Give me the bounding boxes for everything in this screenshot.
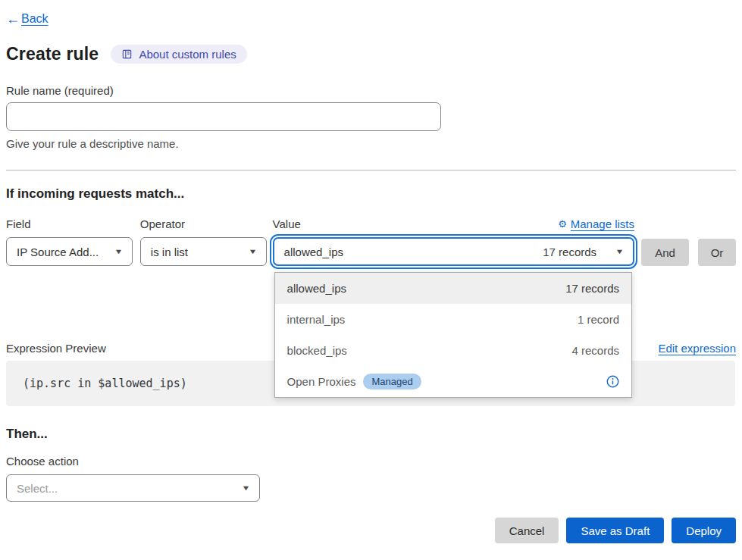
field-select-value: IP Source Add... (17, 246, 99, 258)
managed-badge: Managed (363, 374, 421, 389)
rule-name-input[interactable] (6, 102, 441, 131)
value-select-records: 17 records (543, 246, 596, 258)
save-as-draft-button[interactable]: Save as Draft (566, 518, 664, 543)
list-option-internal-ips[interactable]: internal_ips 1 record (275, 304, 631, 335)
choose-action-label: Choose action (6, 455, 736, 468)
cancel-button[interactable]: Cancel (495, 518, 559, 543)
action-select-placeholder: Select... (17, 482, 58, 495)
book-icon (121, 48, 133, 60)
chevron-down-icon: ▼ (242, 485, 251, 492)
expression-preview-label: Expression Preview (6, 342, 106, 355)
info-icon[interactable] (606, 375, 619, 388)
and-button[interactable]: And (641, 239, 689, 266)
list-option-records: 4 records (571, 344, 619, 357)
operator-select[interactable]: is in list ▼ (140, 237, 267, 266)
chevron-down-icon: ▼ (615, 249, 625, 255)
list-option-records: 1 record (578, 313, 619, 326)
title-row: Create rule About custom rules (6, 44, 736, 64)
expression-code: (ip.src in $allowed_ips) (23, 377, 187, 390)
value-select-selected: allowed_ips (284, 246, 543, 258)
edit-expression-link[interactable]: Edit expression (658, 342, 736, 355)
list-option-name: internal_ips (287, 313, 346, 326)
andor-group: And Or (641, 239, 736, 266)
condition-row: Field IP Source Add... ▼ Operator is in … (6, 217, 736, 266)
match-section-heading: If incoming requests match... (6, 186, 736, 202)
action-select[interactable]: Select... ▼ (6, 474, 260, 502)
footer-bar: Cancel Save as Draft Deploy (6, 518, 736, 543)
value-select[interactable]: allowed_ips 17 records ▼ (273, 237, 634, 266)
operator-select-value: is in list (151, 246, 188, 258)
list-option-blocked-ips[interactable]: blocked_ips 4 records (275, 335, 631, 366)
list-option-records: 17 records (565, 282, 619, 295)
rule-name-label: Rule name (required) (6, 84, 736, 97)
list-option-name: blocked_ips (287, 344, 347, 357)
list-option-name: Open Proxies (287, 375, 356, 388)
list-option-allowed-ips[interactable]: allowed_ips 17 records (275, 273, 631, 304)
manage-lists-link[interactable]: ⚙ Manage lists (558, 217, 634, 230)
field-select[interactable]: IP Source Add... ▼ (6, 237, 133, 266)
list-dropdown: allowed_ips 17 records internal_ips 1 re… (274, 272, 632, 398)
or-button[interactable]: Or (698, 239, 736, 266)
about-badge-label: About custom rules (139, 48, 236, 61)
section-divider (6, 170, 736, 171)
about-custom-rules-link[interactable]: About custom rules (111, 45, 246, 64)
deploy-button[interactable]: Deploy (672, 518, 736, 543)
page-title: Create rule (6, 44, 99, 64)
gear-icon: ⚙ (558, 219, 567, 229)
chevron-down-icon: ▼ (114, 249, 123, 255)
operator-label: Operator (140, 217, 267, 230)
back-arrow-icon: ← (6, 12, 20, 26)
back-link[interactable]: ←Back (6, 12, 49, 26)
field-label: Field (6, 217, 133, 230)
manage-lists-label: Manage lists (571, 217, 634, 230)
rule-name-helper: Give your rule a descriptive name. (6, 137, 736, 150)
value-label: Value (273, 217, 301, 230)
list-option-open-proxies[interactable]: Open Proxies Managed (275, 366, 631, 397)
list-option-name: allowed_ips (287, 282, 346, 295)
back-label: Back (21, 12, 49, 26)
chevron-down-icon: ▼ (248, 249, 257, 255)
then-section-heading: Then... (6, 427, 736, 442)
